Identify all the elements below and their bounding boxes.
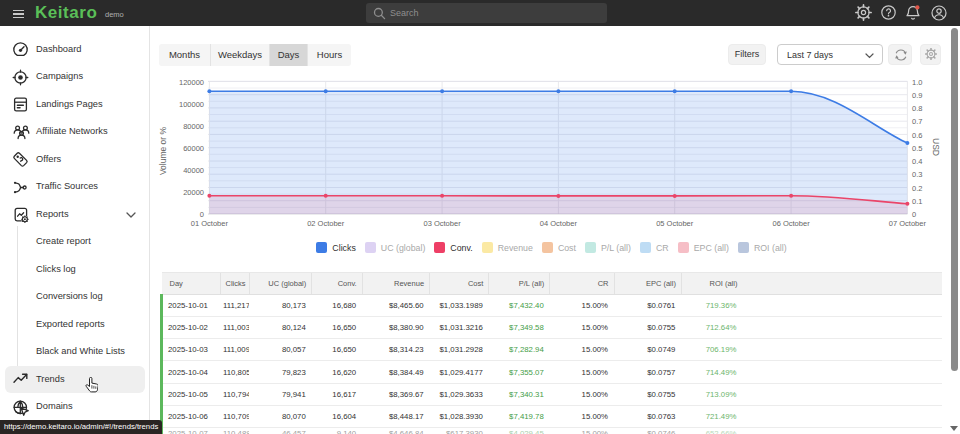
svg-text:02 October: 02 October (307, 219, 345, 228)
svg-text:07 October: 07 October (889, 219, 927, 228)
svg-text:1.0: 1.0 (912, 78, 922, 87)
svg-text:06 October: 06 October (773, 219, 811, 228)
svg-text:0.8: 0.8 (912, 104, 922, 113)
svg-text:05 October: 05 October (656, 219, 694, 228)
svg-text:04 October: 04 October (540, 219, 578, 228)
svg-text:40000: 40000 (183, 166, 204, 175)
svg-text:0.7: 0.7 (912, 117, 922, 126)
svg-text:0.1: 0.1 (912, 197, 922, 206)
svg-text:USD: USD (931, 138, 941, 156)
svg-text:0.4: 0.4 (912, 157, 922, 166)
svg-text:0.3: 0.3 (912, 170, 922, 179)
svg-text:120000: 120000 (179, 78, 204, 87)
svg-text:Volume or %: Volume or % (158, 126, 168, 175)
svg-text:20000: 20000 (183, 188, 204, 197)
svg-text:01 October: 01 October (191, 219, 229, 228)
svg-text:100000: 100000 (179, 100, 204, 109)
svg-text:0.2: 0.2 (912, 184, 922, 193)
svg-text:60000: 60000 (183, 144, 204, 153)
svg-text:0.9: 0.9 (912, 91, 922, 100)
svg-text:0.6: 0.6 (912, 131, 922, 140)
svg-text:0.5: 0.5 (912, 144, 922, 153)
svg-text:80000: 80000 (183, 122, 204, 131)
svg-text:03 October: 03 October (424, 219, 462, 228)
